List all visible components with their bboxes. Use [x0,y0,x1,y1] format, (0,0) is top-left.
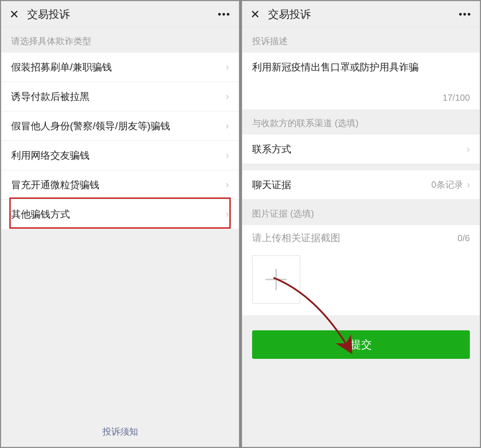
description-text: 利用新冠疫情出售口罩或防护用具诈骗 [252,61,470,84]
list-item-label: 其他骗钱方式 [11,208,226,221]
close-icon[interactable]: ✕ [9,8,19,20]
upload-area [242,251,480,315]
plus-icon [265,269,287,290]
section-label-fraud-type: 请选择具体欺诈类型 [1,27,239,53]
chevron-right-icon: › [226,209,229,220]
list-item-label: 假冒他人身份(警察/领导/朋友等)骗钱 [11,119,226,133]
screen-select-type: ✕ 交易投诉 ••• 请选择具体欺诈类型 假装招募刷单/兼职骗钱 › 诱导付款后… [1,1,239,447]
submit-button[interactable]: 提交 [252,330,470,359]
page-title: 交易投诉 [268,7,459,21]
chevron-right-icon: › [467,179,470,191]
list-item-label: 诱导付款后被拉黑 [11,90,226,103]
cell-label: 聊天证据 [252,178,432,192]
chevron-right-icon: › [226,91,229,103]
page-title: 交易投诉 [27,7,218,21]
list-item-fraud-5[interactable]: 其他骗钱方式 › [1,200,239,229]
navbar: ✕ 交易投诉 ••• [1,1,239,27]
upload-count: 0/6 [457,233,470,243]
add-image-button[interactable] [252,255,300,304]
cell-value: 0条记录 [432,179,463,191]
footer-link-notice[interactable]: 投诉须知 [1,426,239,438]
close-icon[interactable]: ✕ [250,8,260,20]
navbar: ✕ 交易投诉 ••• [242,1,480,27]
list-item-fraud-1[interactable]: 诱导付款后被拉黑 › [1,82,239,111]
upload-hint: 请上传相关证据截图 [252,231,457,245]
cell-contact-method[interactable]: 联系方式 › [242,135,480,164]
list-item-label: 利用网络交友骗钱 [11,149,226,162]
list-item-fraud-2[interactable]: 假冒他人身份(警察/领导/朋友等)骗钱 › [1,111,239,141]
screen-complaint-form: ✕ 交易投诉 ••• 投诉描述 利用新冠疫情出售口罩或防护用具诈骗 17/100… [242,1,480,447]
more-icon[interactable]: ••• [459,8,472,20]
more-icon[interactable]: ••• [218,8,231,20]
list-item-label: 假装招募刷单/兼职骗钱 [11,61,226,74]
description-char-count: 17/100 [242,89,480,109]
list-item-fraud-0[interactable]: 假装招募刷单/兼职骗钱 › [1,53,239,82]
description-textarea[interactable]: 利用新冠疫情出售口罩或防护用具诈骗 [242,53,480,89]
list-item-label: 冒充开通微粒贷骗钱 [11,178,226,192]
chevron-right-icon: › [467,144,470,155]
chevron-right-icon: › [226,120,229,132]
section-label-contact: 与收款方的联系渠道 (选填) [242,109,480,135]
upload-hint-row: 请上传相关证据截图 0/6 [242,225,480,251]
cell-label: 联系方式 [252,143,467,156]
section-label-description: 投诉描述 [242,27,480,53]
chevron-right-icon: › [226,150,229,161]
chevron-right-icon: › [226,62,229,73]
section-label-image-evidence: 图片证据 (选填) [242,200,480,225]
cell-chat-evidence[interactable]: 聊天证据 0条记录 › [242,170,480,200]
list-item-fraud-4[interactable]: 冒充开通微粒贷骗钱 › [1,170,239,200]
chevron-right-icon: › [226,179,229,191]
submit-button-label: 提交 [351,337,372,352]
list-item-fraud-3[interactable]: 利用网络交友骗钱 › [1,141,239,170]
